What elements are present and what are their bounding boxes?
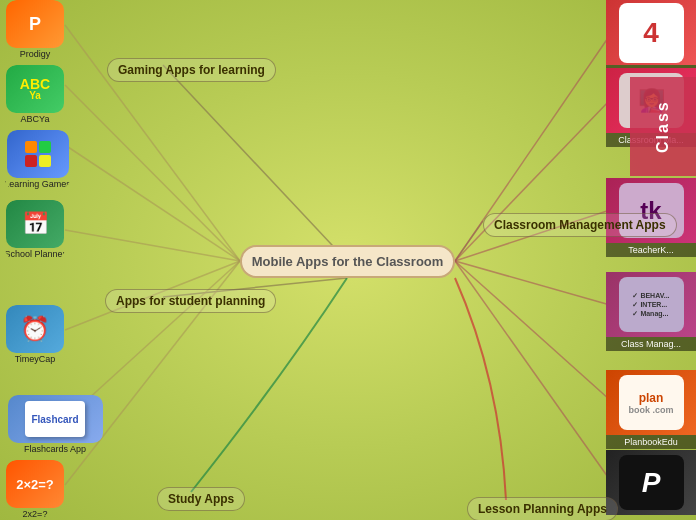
app-flashcards[interactable]: Flashcard Flashcards App xyxy=(5,395,105,455)
app-class-manager[interactable]: ✓ BEHAV... ✓ INTER... ✓ Manag... Class M… xyxy=(606,272,696,351)
class-manager-label: Class Manag... xyxy=(606,337,696,351)
school-planner-label: School Planner xyxy=(5,249,65,259)
lesson-planning-label: Lesson Planning Apps xyxy=(467,497,618,520)
study-apps-label: Study Apps xyxy=(157,487,245,511)
app-p[interactable]: P xyxy=(606,450,696,515)
flashcards-icon: Flashcard xyxy=(8,395,103,443)
abcya-label: ABCYa xyxy=(21,114,50,124)
student-planning-label: Apps for student planning xyxy=(105,289,276,313)
school-planner-icon: 📅 xyxy=(6,200,64,248)
gaming-apps-label: Gaming Apps for learning xyxy=(107,58,276,82)
flashcards-label: Flashcards App xyxy=(24,444,86,454)
p-app-icon: P xyxy=(606,450,696,515)
app-prodigy[interactable]: P Prodigy xyxy=(5,0,65,60)
math-icon: 2×2=? xyxy=(6,460,64,508)
classroom-mgmt-label: Classroom Management Apps xyxy=(483,213,677,237)
learning-games-label: Learning Games xyxy=(5,179,70,189)
planbook-label: PlanbookEdu xyxy=(606,435,696,449)
class-manager-icon: ✓ BEHAV... ✓ INTER... ✓ Manag... xyxy=(606,272,696,337)
central-node: Mobile Apps for the Classroom xyxy=(240,245,455,278)
abcya-icon: ABC Ya xyxy=(6,65,64,113)
app-math[interactable]: 2×2=? 2x2=? xyxy=(5,460,65,520)
timeycap-label: TimeyCap xyxy=(15,354,56,364)
app-planbook[interactable]: plan book .com PlanbookEdu xyxy=(606,370,696,449)
prodigy-icon: P xyxy=(6,0,64,48)
4th-grade-icon: 4 xyxy=(606,0,696,65)
math-label: 2x2=? xyxy=(23,509,48,519)
app-abcya[interactable]: ABC Ya ABCYa xyxy=(5,65,65,125)
prodigy-label: Prodigy xyxy=(20,49,51,59)
app-learning-games[interactable]: Learning Games xyxy=(5,130,70,190)
app-school-planner[interactable]: 📅 School Planner xyxy=(5,200,65,260)
teacherkit-label: TeacherK... xyxy=(606,243,696,257)
app-timeycap[interactable]: ⏰ TimeyCap xyxy=(5,305,65,365)
planbook-icon: plan book .com xyxy=(606,370,696,435)
timeycap-icon: ⏰ xyxy=(6,305,64,353)
learning-games-icon xyxy=(7,130,69,178)
class-sidebar-label: Class xyxy=(630,77,696,176)
